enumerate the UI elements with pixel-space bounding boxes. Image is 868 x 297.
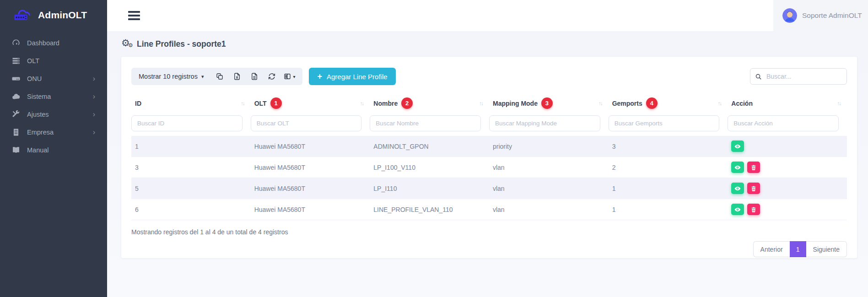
sidebar-item-label: Sistema <box>27 93 93 100</box>
search-icon <box>755 73 762 80</box>
toolbar-group: Mostrar 10 registros ▾ <box>131 68 302 85</box>
columns-visibility-button[interactable]: ▾ <box>280 68 298 85</box>
column-header-acción[interactable]: Acción↑↓ <box>728 92 847 114</box>
refresh-button[interactable] <box>263 68 280 85</box>
global-search <box>750 68 847 85</box>
export-excel-button[interactable] <box>228 68 246 85</box>
chevron-right-icon: › <box>93 129 95 136</box>
logo-text: AdminOLT <box>38 10 87 21</box>
chevron-right-icon: › <box>93 93 95 100</box>
line-profiles-table: ID↑↓OLT1↑↓Nombre2↑↓Mapping Mode3↑↓Gempor… <box>131 92 847 220</box>
page-title: Line Profiles - soporte1 <box>137 39 226 49</box>
copy-button[interactable] <box>211 68 228 85</box>
page-title-row: ⚙⚙ Line Profiles - soporte1 <box>121 31 857 57</box>
cell-mapping_mode: vlan <box>489 199 609 220</box>
cell-id: 1 <box>131 136 251 157</box>
page-length-label: Mostrar 10 registros <box>139 73 198 80</box>
sidebar-item-empresa[interactable]: Empresa› <box>0 123 107 141</box>
column-header-nombre[interactable]: Nombre2↑↓ <box>370 92 489 114</box>
cell-gemports: 2 <box>609 157 728 178</box>
view-button[interactable] <box>731 162 744 173</box>
filter-input-acción[interactable] <box>728 115 839 131</box>
cell-mapping_mode: vlan <box>489 157 609 178</box>
filter-input-mapping-mode[interactable] <box>489 115 600 131</box>
view-button[interactable] <box>731 204 744 215</box>
export-file-button[interactable] <box>246 68 263 85</box>
cell-olt: Huawei MA5680T <box>251 199 370 220</box>
trash-icon <box>750 185 757 192</box>
column-header-id[interactable]: ID↑↓ <box>131 92 251 114</box>
delete-button[interactable] <box>747 183 760 194</box>
view-button[interactable] <box>731 140 744 152</box>
cell-nombre: LP_I100_V110 <box>370 157 489 178</box>
sidebar-item-sistema[interactable]: Sistema› <box>0 87 107 105</box>
cell-id: 6 <box>131 199 251 220</box>
sidebar-item-label: OLT <box>27 57 95 65</box>
column-badge: 2 <box>401 97 413 109</box>
olt-icon <box>12 57 20 65</box>
sidebar-item-label: ONU <box>27 75 93 82</box>
app-logo[interactable]: AdminOLT <box>0 0 107 30</box>
pagination-page-1-button[interactable]: 1 <box>790 241 806 257</box>
filter-input-olt[interactable] <box>251 115 362 131</box>
filter-input-id[interactable] <box>131 115 243 131</box>
table-row: 5Huawei MA5680TLP_I110vlan1 <box>131 178 847 199</box>
filter-input-gemports[interactable] <box>609 115 720 131</box>
cell-nombre: ADMINOLT_GPON <box>370 136 489 157</box>
column-label: OLT <box>254 100 267 107</box>
table-card: Mostrar 10 registros ▾ <box>121 57 857 258</box>
pagination-row: Anterior 1 Siguiente <box>131 241 847 257</box>
cell-gemports: 1 <box>609 199 728 220</box>
chevron-right-icon: › <box>93 75 95 82</box>
column-header-mapping-mode[interactable]: Mapping Mode3↑↓ <box>489 92 609 114</box>
toolbar: Mostrar 10 registros ▾ <box>131 68 847 85</box>
cell-olt: Huawei MA5680T <box>251 178 370 199</box>
pagination-next-button[interactable]: Siguiente <box>806 241 847 257</box>
view-button[interactable] <box>731 183 744 194</box>
cell-id: 5 <box>131 178 251 199</box>
sidebar-item-manual[interactable]: Manual <box>0 141 107 159</box>
pagination-prev-button[interactable]: Anterior <box>753 241 790 257</box>
page-length-select[interactable]: Mostrar 10 registros ▾ <box>131 68 211 85</box>
sidebar-item-olt[interactable]: OLT <box>0 52 107 70</box>
ajustes-icon <box>12 110 20 119</box>
column-label: Gemports <box>612 100 642 107</box>
menu-toggle-icon[interactable] <box>128 11 140 20</box>
cell-actions <box>728 178 847 199</box>
cell-actions <box>728 199 847 220</box>
sidebar-nav: DashboardOLTONU›Sistema›Ajustes›Empresa›… <box>0 30 107 159</box>
cell-olt: Huawei MA5680T <box>251 157 370 178</box>
app-root: AdminOLT DashboardOLTONU›Sistema›Ajustes… <box>0 0 868 297</box>
pagination: Anterior 1 Siguiente <box>753 241 847 257</box>
column-label: Acción <box>731 100 753 107</box>
sidebar-item-dashboard[interactable]: Dashboard <box>0 34 107 52</box>
sidebar-item-onu[interactable]: ONU› <box>0 70 107 87</box>
eye-icon <box>734 185 741 192</box>
sort-icon: ↑↓ <box>837 101 844 106</box>
topbar: Soporte AdminOLT <box>107 0 868 31</box>
column-header-olt[interactable]: OLT1↑↓ <box>251 92 370 114</box>
sidebar-item-label: Manual <box>27 146 95 154</box>
main-area: Soporte AdminOLT ⚙⚙ Line Profiles - sopo… <box>107 0 868 297</box>
sidebar-item-ajustes[interactable]: Ajustes› <box>0 105 107 123</box>
filter-input-nombre[interactable] <box>370 115 481 131</box>
sidebar-item-label: Ajustes <box>27 111 93 118</box>
trash-icon <box>750 164 757 171</box>
onu-icon <box>12 75 20 83</box>
column-badge: 4 <box>646 97 658 109</box>
dashboard-icon <box>12 39 20 47</box>
delete-button[interactable] <box>747 162 760 173</box>
sidebar: AdminOLT DashboardOLTONU›Sistema›Ajustes… <box>0 0 107 297</box>
search-input[interactable] <box>766 73 842 80</box>
sort-icon: ↑↓ <box>598 101 605 106</box>
cell-actions <box>728 136 847 157</box>
user-menu[interactable]: Soporte AdminOLT <box>773 0 868 31</box>
table-row: 3Huawei MA5680TLP_I100_V110vlan2 <box>131 157 847 178</box>
trash-icon <box>750 206 757 213</box>
add-line-profile-button[interactable]: + Agregar Line Profile <box>309 68 395 85</box>
delete-button[interactable] <box>747 204 760 215</box>
cell-nombre: LP_I110 <box>370 178 489 199</box>
column-header-gemports[interactable]: Gemports4↑↓ <box>609 92 728 114</box>
cell-gemports: 1 <box>609 178 728 199</box>
chevron-down-icon: ▾ <box>293 74 295 79</box>
